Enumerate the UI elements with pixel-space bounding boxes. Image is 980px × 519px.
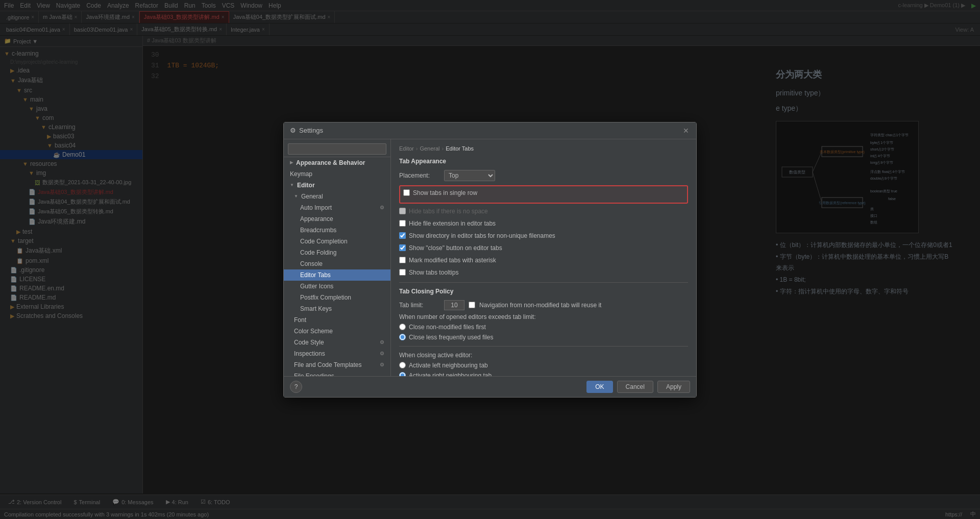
- close-less-frequent-radio[interactable]: [399, 334, 406, 340]
- nav-file-encodings[interactable]: File Encodings: [284, 370, 390, 376]
- activate-left-label: Activate left neighbouring tab: [409, 362, 488, 369]
- dialog-body: ▶ Appearance & Behavior Keymap ▼ Editor …: [284, 139, 696, 376]
- hide-tabs-label: Hide tabs if there is no space: [409, 208, 488, 215]
- hide-tabs-checkbox[interactable]: [399, 208, 406, 214]
- settings-search-input[interactable]: [288, 143, 386, 155]
- nav-file-code-templates[interactable]: File and Code Templates ⚙: [284, 359, 390, 370]
- nav-label-smart-keys: Smart Keys: [300, 305, 332, 312]
- nav-reuse-label: Navigation from non-modified tab will re…: [479, 302, 601, 309]
- nav-reuse-checkbox[interactable]: [469, 302, 475, 308]
- show-tooltips-row: Show tabs tooltips: [399, 268, 688, 277]
- activate-right-row: Activate right neighbouring tab: [399, 372, 688, 376]
- nav-code-folding[interactable]: Code Folding: [284, 247, 390, 258]
- cancel-button[interactable]: Cancel: [617, 381, 653, 393]
- settings-content: Editor › General › Editor Tabs Tab Appea…: [391, 139, 696, 376]
- nav-color-scheme[interactable]: Color Scheme: [284, 326, 390, 337]
- activate-left-radio[interactable]: [399, 362, 406, 368]
- nav-console[interactable]: Console: [284, 258, 390, 269]
- breadcrumb-general: General: [420, 145, 439, 152]
- nav-label-console: Console: [300, 260, 323, 267]
- nav-code-style[interactable]: Code Style ⚙: [284, 337, 390, 348]
- nav-editor[interactable]: ▼ Editor: [284, 180, 390, 191]
- nav-label-auto-import: Auto Import: [300, 204, 332, 211]
- when-exceeds-label: When number of opened editors exceeds ta…: [399, 313, 688, 320]
- divider1: [399, 282, 688, 283]
- nav-label-code-completion: Code Completion: [300, 238, 348, 245]
- hide-extension-checkbox[interactable]: [399, 220, 406, 227]
- nav-label-file-encodings: File Encodings: [294, 373, 334, 376]
- nav-label-keymap: Keymap: [290, 170, 312, 178]
- activate-right-radio[interactable]: [399, 372, 406, 376]
- show-tabs-single-row-highlight: Show tabs in single row: [399, 185, 688, 204]
- activate-left-row: Activate left neighbouring tab: [399, 362, 688, 369]
- search-box: [284, 141, 390, 157]
- nav-label-appearance: Appearance: [300, 215, 333, 223]
- placement-label: Placement:: [399, 172, 440, 179]
- dialog-title: ⚙ Settings: [290, 127, 323, 134]
- help-button[interactable]: ?: [290, 381, 302, 393]
- settings-dialog: ⚙ Settings ✕ ▶ Appearance & Behavior Key…: [283, 122, 697, 398]
- settings-gear-icon: ⚙: [290, 127, 296, 134]
- show-directory-checkbox[interactable]: [399, 232, 406, 239]
- ok-button[interactable]: OK: [586, 381, 612, 393]
- apply-button[interactable]: Apply: [657, 381, 690, 393]
- show-directory-label: Show directory in editor tabs for non-un…: [409, 232, 555, 239]
- nav-appearance-behavior[interactable]: ▶ Appearance & Behavior: [284, 157, 390, 168]
- nav-smart-keys[interactable]: Smart Keys: [284, 303, 390, 314]
- placement-select[interactable]: Top Bottom Left Right None: [444, 170, 495, 181]
- breadcrumb-sep1: ›: [416, 145, 418, 152]
- nav-postfix-completion[interactable]: Postfix Completion: [284, 292, 390, 303]
- nav-inspections[interactable]: Inspections ⚙: [284, 348, 390, 359]
- show-tabs-single-row-checkbox[interactable]: [403, 189, 410, 196]
- nav-label-gutter-icons: Gutter Icons: [300, 283, 333, 290]
- nav-label-general: General: [301, 193, 323, 200]
- nav-label-appearance-behavior: Appearance & Behavior: [296, 159, 365, 166]
- dialog-title-label: Settings: [299, 127, 323, 134]
- settings-modal-overlay: ⚙ Settings ✕ ▶ Appearance & Behavior Key…: [0, 0, 980, 519]
- close-nonmodified-row: Close non-modified files first: [399, 324, 688, 331]
- nav-font[interactable]: Font: [284, 314, 390, 326]
- nav-code-completion[interactable]: Code Completion: [284, 236, 390, 247]
- help-icon: ?: [295, 383, 298, 390]
- close-less-frequent-label: Close less frequently used files: [409, 334, 493, 341]
- activate-right-label: Activate right neighbouring tab: [409, 372, 492, 376]
- expand-icon3: ▼: [294, 194, 298, 199]
- nav-label-code-folding: Code Folding: [300, 249, 336, 256]
- nav-general[interactable]: ▼ General: [284, 191, 390, 202]
- nav-label-file-code-templates: File and Code Templates: [294, 361, 362, 368]
- show-tooltips-label: Show tabs tooltips: [409, 269, 458, 276]
- dialog-title-bar: ⚙ Settings ✕: [284, 122, 696, 139]
- tab-limit-label: Tab limit:: [399, 302, 440, 309]
- nav-label-code-style: Code Style: [294, 339, 324, 346]
- dialog-close-button[interactable]: ✕: [682, 127, 690, 135]
- close-less-frequent-row: Close less frequently used files: [399, 334, 688, 341]
- tab-limit-input[interactable]: [444, 300, 464, 310]
- hide-extension-row: Hide file extension in editor tabs: [399, 219, 688, 228]
- nav-gutter-icons[interactable]: Gutter Icons: [284, 281, 390, 292]
- breadcrumb-editor-tabs: Editor Tabs: [446, 145, 474, 152]
- close-nonmodified-radio[interactable]: [399, 324, 406, 330]
- settings-nav: ▶ Appearance & Behavior Keymap ▼ Editor …: [284, 139, 391, 376]
- nav-label-breadcrumbs: Breadcrumbs: [300, 227, 336, 234]
- show-directory-row: Show directory in editor tabs for non-un…: [399, 231, 688, 240]
- nav-label-inspections: Inspections: [294, 350, 325, 357]
- hide-tabs-row: Hide tabs if there is no space: [399, 207, 688, 216]
- show-tooltips-checkbox[interactable]: [399, 269, 406, 276]
- show-close-btn-checkbox[interactable]: [399, 244, 406, 251]
- nav-breadcrumbs[interactable]: Breadcrumbs: [284, 225, 390, 236]
- nav-appearance[interactable]: Appearance: [284, 213, 390, 225]
- mark-modified-row: Mark modified tabs with asterisk: [399, 256, 688, 265]
- nav-label-editor: Editor: [297, 182, 315, 189]
- hide-extension-label: Hide file extension in editor tabs: [409, 220, 496, 227]
- footer-buttons: OK Cancel Apply: [586, 381, 690, 393]
- nav-auto-import[interactable]: Auto Import ⚙: [284, 202, 390, 213]
- nav-editor-tabs[interactable]: Editor Tabs: [284, 269, 390, 281]
- show-close-btn-row: Show "close" button on editor tabs: [399, 243, 688, 253]
- show-tabs-single-row-label: Show tabs in single row: [413, 189, 477, 196]
- nav-keymap[interactable]: Keymap: [284, 168, 390, 180]
- breadcrumb-editor: Editor: [399, 145, 414, 152]
- mark-modified-checkbox[interactable]: [399, 257, 406, 263]
- nav-label-postfix-completion: Postfix Completion: [300, 294, 351, 301]
- when-closing-label: When closing active editor:: [399, 352, 688, 359]
- divider2: [399, 346, 688, 347]
